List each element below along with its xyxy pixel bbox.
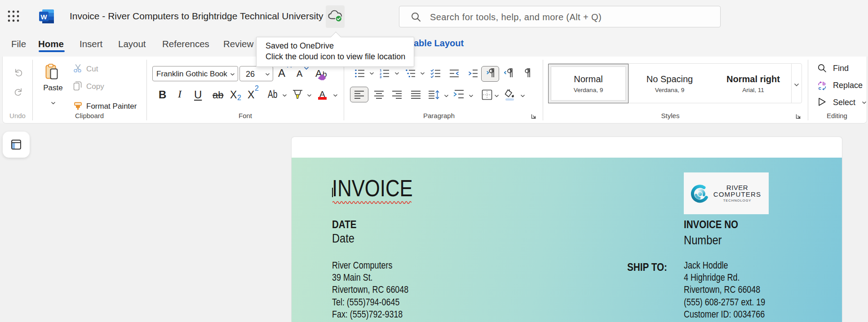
svg-text:W: W xyxy=(40,13,47,21)
svg-text:b: b xyxy=(823,81,826,86)
svg-text:3: 3 xyxy=(380,75,381,79)
svg-text:c: c xyxy=(819,85,822,91)
